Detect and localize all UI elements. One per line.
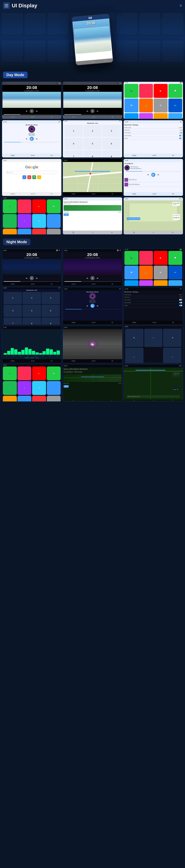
next-btn[interactable]: ⏭	[35, 277, 38, 280]
cp-messages[interactable]: 💬	[47, 199, 61, 213]
prev-btn[interactable]: ⏮	[86, 304, 89, 307]
nav-icon[interactable]: ⚙	[92, 232, 93, 233]
go-btn-night[interactable]: GO	[63, 385, 69, 388]
nav-icon[interactable]: AUTO	[31, 283, 34, 285]
nav-arrow-n[interactable]: ↑	[144, 329, 162, 347]
nav-icon[interactable]: AUTO	[31, 155, 34, 156]
key-7[interactable]: 7	[64, 150, 83, 157]
nav-icon[interactable]: AUTO	[92, 193, 95, 194]
key-4[interactable]: 4	[64, 137, 83, 150]
app-cam[interactable]: 📷	[154, 113, 168, 119]
key-9[interactable]: 9	[102, 150, 121, 157]
cp-phone-night[interactable]: 📞	[3, 367, 17, 380]
next-btn[interactable]: ⏭	[157, 173, 160, 176]
key-5[interactable]: 5	[83, 137, 102, 150]
nav-home-icon[interactable]: ⌂	[81, 62, 82, 64]
nav-arrow-nw[interactable]: ↖	[125, 329, 143, 347]
nav-icon[interactable]: EMAIL	[72, 322, 76, 323]
nav-icon[interactable]: BT	[51, 283, 52, 285]
key-8[interactable]: 8	[83, 150, 102, 157]
nav-icon[interactable]: AUTO	[92, 283, 95, 285]
nav-icon[interactable]: AUTO	[31, 116, 34, 118]
app-radio[interactable]: 📻	[139, 266, 153, 280]
cp-spotify[interactable]: ♫	[3, 214, 17, 228]
nav-icon[interactable]: EMAIL	[72, 116, 76, 118]
cp-podcast-night[interactable]: 🎙	[18, 381, 31, 395]
app-bt[interactable]: BT	[168, 99, 182, 113]
prev-btn[interactable]: ⏮	[86, 277, 89, 280]
app-phone[interactable]: 📞	[125, 84, 138, 98]
cp-news-night[interactable]: 📰	[32, 396, 46, 401]
cp-spotify-night[interactable]: ♫	[3, 381, 17, 395]
app-cam[interactable]: 📷	[154, 280, 168, 286]
nav-icon[interactable]: EMAIL	[133, 193, 136, 194]
nav-icon[interactable]: AUTO	[153, 155, 156, 156]
nav-icon[interactable]: BT	[173, 193, 174, 194]
g-app-yt[interactable]: ▶	[27, 175, 31, 179]
next-btn[interactable]: ⏭	[35, 110, 38, 113]
play-btn[interactable]: ▶	[30, 137, 34, 141]
nav-lines-icon[interactable]: ≡	[180, 3, 182, 8]
app-music[interactable]: ♪	[139, 251, 153, 265]
next-btn[interactable]: ⏭	[96, 110, 99, 113]
nav-icon[interactable]: AUTO	[31, 360, 34, 362]
app-radio[interactable]: 📻	[139, 99, 153, 113]
cp-maps[interactable]: 📍	[47, 214, 61, 228]
key-2[interactable]: 2	[83, 125, 102, 137]
nav-icon[interactable]: EMAIL	[11, 193, 15, 195]
nav-icon[interactable]: BT	[111, 193, 113, 194]
toggle-auto-connect-night[interactable]	[179, 302, 182, 303]
play-btn[interactable]: ▶	[90, 304, 95, 308]
nav-icon[interactable]: BT	[111, 322, 113, 323]
key-3[interactable]: 3	[42, 292, 60, 304]
app-msg[interactable]: 💬	[168, 251, 182, 265]
bottom-icon[interactable]: ⚙	[92, 400, 93, 401]
nav-icon[interactable]: 📞	[73, 232, 74, 233]
nav-arrow-ne[interactable]: ↗	[163, 329, 181, 347]
play-night[interactable]: ▶	[175, 389, 176, 391]
nav-icon[interactable]: BT	[51, 360, 52, 362]
nav-icon[interactable]: EMAIL	[11, 360, 15, 362]
play-btn[interactable]: ▶	[151, 173, 155, 177]
cp-waze[interactable]: 🗺	[32, 214, 46, 228]
prev-icon[interactable]: ⏮	[87, 55, 90, 58]
cp-settings-night[interactable]: ⚙	[47, 396, 61, 401]
cp-youtube[interactable]: ▶	[32, 199, 46, 213]
nav-icon[interactable]: BT	[111, 116, 113, 118]
nav-icon[interactable]: 🗺	[111, 232, 112, 233]
key-5[interactable]: 5	[23, 305, 41, 317]
g-app-drive[interactable]: △	[37, 175, 41, 179]
key-1[interactable]: 1	[64, 125, 83, 137]
cp-cam-night[interactable]: 📷	[3, 396, 17, 401]
app-weather[interactable]: ☁	[168, 280, 182, 286]
app-dvd[interactable]: 📺	[139, 280, 153, 286]
key-7[interactable]: 7	[4, 317, 22, 324]
prev-btn[interactable]: ⏮	[25, 137, 28, 140]
nav-icon[interactable]: AUTO	[31, 193, 35, 195]
nav-arrow-e[interactable]: →	[163, 348, 181, 363]
cp-yt-night[interactable]: ▶	[32, 367, 46, 380]
prev-night[interactable]: ⏮	[173, 389, 175, 391]
prev-btn[interactable]: ⏮	[86, 110, 89, 113]
app-maps[interactable]: 🗺	[125, 99, 138, 113]
cp-music-night[interactable]: ♪	[18, 367, 31, 380]
next-btn[interactable]: ⏭	[96, 304, 99, 307]
nav-icon[interactable]: 📞	[133, 232, 135, 233]
nav-icon[interactable]: EMAIL	[11, 283, 15, 285]
cp-music[interactable]: ♪	[18, 199, 31, 213]
nav-icon[interactable]: EMAIL	[72, 283, 76, 285]
prev-btn[interactable]: ⏮	[25, 110, 28, 113]
prev-btn[interactable]: ⏮	[25, 277, 28, 280]
next-btn[interactable]: ⏭	[96, 277, 99, 280]
go-button[interactable]: GO	[63, 213, 69, 216]
cp-mail[interactable]: ✉	[18, 229, 31, 234]
app-maps[interactable]: 🗺	[125, 266, 138, 280]
nav-icon[interactable]: EMAIL	[11, 116, 15, 118]
cp-phone[interactable]: 📞	[3, 199, 17, 213]
menu-icon[interactable]	[3, 2, 10, 9]
play-btn[interactable]: ⏸	[90, 109, 95, 113]
nav-icon[interactable]: AUTO	[92, 322, 95, 323]
bottom-icon[interactable]: 🗺	[172, 400, 173, 401]
app-video[interactable]: ▶	[154, 84, 168, 98]
key-8[interactable]: 8	[23, 317, 41, 324]
